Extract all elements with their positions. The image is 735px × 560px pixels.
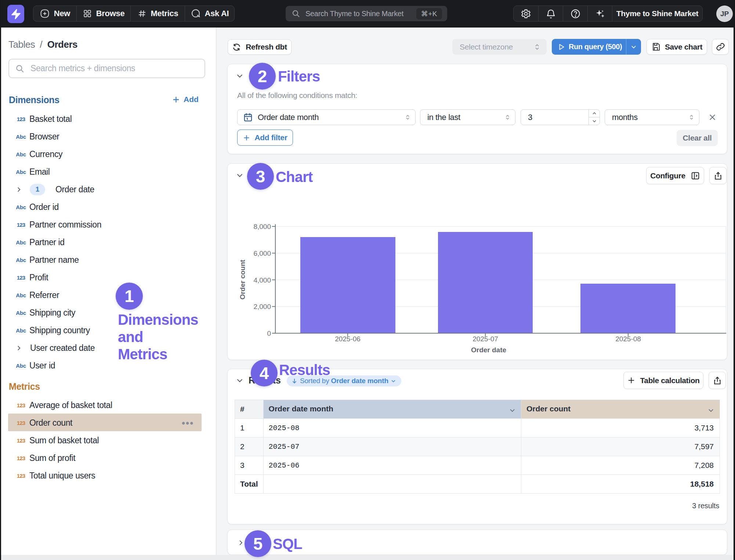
svg-text:2,000: 2,000 — [253, 303, 271, 310]
svg-text:2025-08: 2025-08 — [615, 335, 641, 343]
svg-text:Order count: Order count — [239, 259, 246, 299]
svg-text:Order date: Order date — [471, 346, 506, 354]
svg-text:6,000: 6,000 — [253, 250, 271, 257]
svg-text:4,000: 4,000 — [253, 276, 271, 284]
svg-text:2025-07: 2025-07 — [472, 335, 498, 343]
svg-text:0: 0 — [267, 330, 271, 337]
svg-text:8,000: 8,000 — [253, 223, 271, 230]
svg-text:2025-06: 2025-06 — [335, 335, 361, 343]
